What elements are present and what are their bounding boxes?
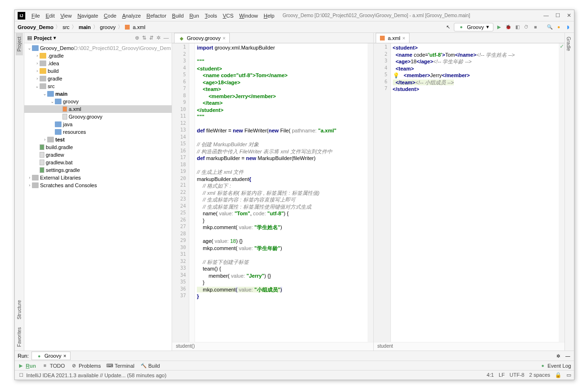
tool-run[interactable]: ▶Run (18, 362, 36, 369)
status-icon[interactable]: ☐ (18, 372, 24, 379)
line-ending[interactable]: LF (499, 372, 505, 378)
tab-gradle[interactable]: Gradle (565, 33, 572, 55)
menu-navigate[interactable]: Navigate (75, 12, 100, 20)
project-view-icon: ▤ (27, 35, 32, 41)
menu-code[interactable]: Code (102, 12, 119, 20)
tree-item[interactable]: ›.gradle (24, 52, 172, 60)
tab-favorites[interactable]: Favorites (16, 323, 23, 351)
tree-item[interactable]: resources (24, 128, 172, 136)
minimize-icon[interactable]: — (543, 12, 549, 19)
close-icon[interactable]: ✕ (567, 12, 571, 19)
tree-item[interactable]: Groovy.groovy (24, 113, 172, 121)
search-icon[interactable]: 🔍 (546, 24, 553, 30)
maximize-icon[interactable]: ☐ (555, 12, 560, 19)
menu-view[interactable]: View (58, 12, 74, 20)
tree-item[interactable]: ⌄src (24, 82, 172, 90)
tree-item[interactable]: settings.gradle (24, 166, 172, 174)
close-tab-icon[interactable]: × (63, 353, 66, 359)
editor-breadcrumb[interactable]: student (374, 342, 564, 351)
menu-window[interactable]: Window (237, 12, 260, 20)
memory-icon[interactable]: ▭ (566, 372, 571, 378)
gear-icon[interactable]: ✲ (555, 352, 562, 359)
run-tab[interactable]: ● Groovy × (31, 352, 71, 360)
tab-xml-file[interactable]: a.xml × (376, 33, 410, 43)
close-tab-icon[interactable]: × (402, 35, 405, 41)
encoding[interactable]: UTF-8 (510, 372, 524, 378)
scrollbar[interactable]: ✓ (559, 43, 564, 342)
tree-item[interactable]: ›build (24, 67, 172, 75)
tree-item[interactable]: build.gradle (24, 143, 172, 151)
status-message[interactable]: IntelliJ IDEA 2021.1.3 available // Upda… (26, 372, 166, 378)
tree-item[interactable]: java (24, 121, 172, 128)
expand-icon[interactable]: ⇅ (142, 35, 146, 41)
tool-buttons-bar: ▶Run≡TODO⊘Problems⌨Terminal🔨Build ● Even… (15, 361, 574, 370)
lock-icon[interactable]: 🔒 (555, 372, 562, 378)
chevron-down-icon: ▾ (486, 24, 489, 30)
settings-icon[interactable]: ✲ (156, 35, 161, 41)
tool-terminal[interactable]: ⌨Terminal (106, 362, 134, 369)
window-title: Groovy_Demo [D:\002_Project\012_Groovy\G… (283, 13, 543, 18)
run-toolwindow-header: Run: ● Groovy × ✲ — (15, 351, 574, 361)
update-icon[interactable]: ● (555, 24, 562, 30)
menu-file[interactable]: File (29, 12, 42, 20)
coverage-icon[interactable]: ◧ (514, 24, 521, 30)
locate-icon[interactable]: ⊕ (135, 35, 139, 41)
gutter[interactable]: 1234567 (374, 43, 391, 342)
gutter[interactable]: 1234567891011121314151617181920212223242… (172, 43, 189, 342)
tab-project[interactable]: Project (16, 33, 23, 55)
tree-item[interactable]: ⌄groovy (24, 98, 172, 105)
hide-icon[interactable]: — (564, 352, 571, 359)
right-toolstrip: Gradle (564, 33, 574, 351)
tab-structure[interactable]: Structure (16, 296, 23, 323)
menu-build[interactable]: Build (170, 12, 186, 20)
chevron-down-icon[interactable]: ▾ (53, 35, 56, 41)
run-config-dropdown[interactable]: ● Groovy ▾ (454, 23, 493, 31)
collapse-icon[interactable]: ⇵ (149, 35, 154, 41)
stop-icon[interactable]: ■ (532, 24, 539, 30)
event-log-button[interactable]: ● Event Log (539, 362, 571, 369)
tree-item[interactable]: ›.idea (24, 60, 172, 67)
menu-analyze[interactable]: Analyze (120, 12, 143, 20)
code-area[interactable]: <student> <name code='utf-8'>Tom</name><… (391, 43, 559, 342)
close-tab-icon[interactable]: × (223, 35, 225, 41)
toolwindow-title[interactable]: Project (34, 35, 51, 41)
breadcrumb[interactable]: Groovy_Demo〉 src〉 main〉 groovy〉 a.xml (18, 23, 145, 30)
menu-run[interactable]: Run (187, 12, 201, 20)
tool-build[interactable]: 🔨Build (140, 362, 160, 369)
tab-groovy-file[interactable]: ◆ Groovy.groovy × (174, 33, 230, 43)
run-icon[interactable]: ▶ (496, 24, 502, 30)
tree-item[interactable]: ›gradle (24, 75, 172, 82)
search-back-icon[interactable]: ↖ (445, 24, 451, 30)
groovy-icon: ● (458, 24, 465, 30)
hide-icon[interactable]: — (164, 35, 169, 41)
menu-vcs[interactable]: VCS (220, 12, 236, 20)
editor-right: a.xml × 1234567 <student> <name code='ut… (374, 33, 564, 351)
tree-item[interactable]: gradlew.bat (24, 159, 172, 166)
tree-item[interactable]: ⌄main (24, 90, 172, 98)
tree-item[interactable]: gradlew (24, 151, 172, 159)
left-toolstrip: Project Structure Favorites (15, 33, 24, 351)
debug-icon[interactable]: 🐞 (505, 24, 512, 30)
editor-breadcrumb[interactable]: student() (172, 342, 373, 351)
menu-help[interactable]: Help (261, 12, 277, 20)
tree-item[interactable]: ›Scratches and Consoles (24, 181, 172, 189)
tool-todo[interactable]: ≡TODO (41, 362, 65, 369)
groovy-file-icon: ◆ (178, 35, 185, 41)
scrollbar[interactable] (368, 43, 373, 342)
tree-item[interactable]: ›External Libraries (24, 174, 172, 181)
editor-left: ◆ Groovy.groovy × 1234567891011121314151… (172, 33, 374, 351)
indent[interactable]: 2 spaces (529, 372, 550, 378)
profile-icon[interactable]: ⏱ (523, 24, 530, 30)
menu-edit[interactable]: Edit (43, 12, 57, 20)
caret-position[interactable]: 4:1 (487, 372, 494, 378)
ide-settings-icon[interactable]: ◗ (564, 24, 571, 30)
tree-item[interactable]: ›test (24, 136, 172, 143)
tool-problems[interactable]: ⊘Problems (71, 362, 101, 369)
menu-tools[interactable]: Tools (203, 12, 220, 20)
main-menu[interactable]: FileEditViewNavigateCodeAnalyzeRefactorB… (29, 12, 277, 20)
tree-item[interactable]: ⌄Groovy_Demo D:\002_Project\012_Groovy\G… (24, 44, 172, 52)
tree-item[interactable]: a.xml (24, 105, 172, 113)
project-tree[interactable]: ⌄Groovy_Demo D:\002_Project\012_Groovy\G… (24, 43, 172, 351)
menu-refactor[interactable]: Refactor (144, 12, 169, 20)
code-area[interactable]: import groovy.xml.MarkupBuilder """<stud… (195, 43, 368, 342)
